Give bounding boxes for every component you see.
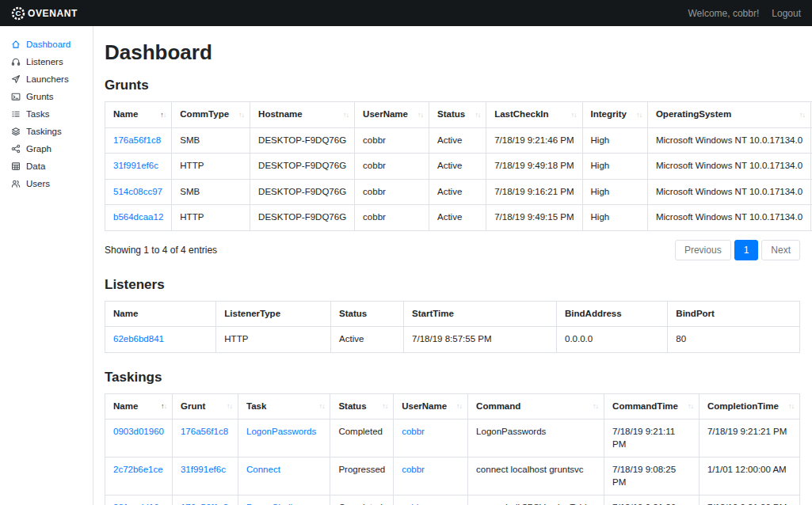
cell-status: Active [429,179,486,205]
previous-button[interactable]: Previous [675,240,731,260]
cell-lastcheckin: 7/18/19 9:49:15 PM [486,205,582,231]
sidebar-item-users[interactable]: Users [10,175,93,192]
logout-link[interactable]: Logout [772,8,801,19]
main-content: Dashboard Grunts Name↑↓CommType↑↓Hostnam… [93,26,812,505]
column-header-task[interactable]: Task↑↓ [238,393,330,420]
cell-username: cobbr [394,420,468,458]
column-header-label: CommType [180,109,229,119]
cell-lastcheckin: 7/18/19 9:49:18 PM [486,154,582,180]
cell-name: 31f991ef6c [105,154,172,180]
sort-icon: ↑↓ [161,401,166,411]
column-header-label: Hostname [258,109,303,119]
sidebar: DashboardListenersLaunchersGruntsTasksTa… [0,26,93,505]
column-header-grunt[interactable]: Grunt↑↓ [172,393,238,420]
column-header-username[interactable]: UserName↑↓ [394,393,468,420]
link-62eb6bd841[interactable]: 62eb6bd841 [113,334,164,344]
link-176a56f1c8[interactable]: 176a56f1c8 [113,135,161,145]
sidebar-item-graph[interactable]: Graph [10,140,93,158]
sidebar-item-label: Listeners [26,57,63,66]
cell-status: Active [429,205,486,231]
column-header-status[interactable]: Status↑↓ [429,102,486,128]
cell-status: Active [429,127,486,154]
column-header-label: UserName [402,401,447,411]
listeners-table: NameListenerTypeStatusStartTimeBindAddre… [105,301,800,353]
column-header-hostname[interactable]: Hostname↑↓ [250,102,355,128]
cell-hostname: DESKTOP-F9DQ76G [250,205,355,231]
column-header-integrity[interactable]: Integrity↑↓ [582,102,647,128]
sort-icon: ↑↓ [571,110,577,120]
sort-icon: ↑↓ [160,110,166,120]
link-2c72b6e1ce[interactable]: 2c72b6e1ce [113,465,163,474]
link-176a56f1c8[interactable]: 176a56f1c8 [181,427,228,436]
sidebar-item-data[interactable]: Data [10,158,93,175]
cell-grunt: 176a56f1c8 [172,420,238,458]
sidebar-item-launchers[interactable]: Launchers [10,70,93,88]
cell-commtype: HTTP [172,154,250,180]
column-header-label: Task [246,401,266,411]
cell-name: 331eedd16c [105,496,173,505]
sidebar-item-label: Grunts [26,92,54,101]
link-connect[interactable]: Connect [246,465,280,474]
sidebar-item-label: Launchers [26,74,69,84]
sidebar-item-label: Tasks [26,109,49,119]
listeners-section: Listeners NameListenerTypeStatusStartTim… [105,277,800,353]
column-header-label: Name [113,309,138,318]
sidebar-item-listeners[interactable]: Listeners [10,53,93,70]
cell-status: Progressed [330,458,394,496]
link-cobbr[interactable]: cobbr [402,427,425,436]
column-header-label: Status [339,309,367,318]
link-logonpasswords[interactable]: LogonPasswords [246,427,316,436]
column-header-name[interactable]: Name↑↓ [105,393,173,420]
column-header-label: StartTime [412,309,454,318]
page-1-button[interactable]: 1 [734,240,759,260]
column-header-name: Name [105,301,216,327]
cell-status: Completed [330,420,394,458]
column-header-commandtime[interactable]: CommandTime↑↓ [604,393,700,420]
link-0903d01960[interactable]: 0903d01960 [113,427,164,436]
brand[interactable]: C OVENANT [11,6,78,21]
column-header-status[interactable]: Status↑↓ [330,393,394,420]
cell-status: Active [429,154,486,180]
cell-bindport: 80 [668,327,800,353]
sort-icon: ↑↓ [688,401,693,411]
layout: DashboardListenersLaunchersGruntsTasksTa… [0,26,812,505]
sidebar-item-grunts[interactable]: Grunts [10,88,93,105]
sidebar-item-label: Dashboard [26,40,71,49]
sidebar-item-label: Taskings [26,127,62,136]
cell-completiontime: 7/18/19 9:21:30 PM [699,496,799,505]
cell-name: 0903d01960 [105,420,173,458]
brand-text: OVENANT [28,8,78,19]
cell-task: LogonPasswords [238,420,330,458]
sidebar-item-label: Data [26,161,45,171]
top-navbar: C OVENANT Welcome, cobbr! Logout [0,0,812,26]
table-header-row: NameListenerTypeStatusStartTimeBindAddre… [105,301,800,327]
column-header-label: Integrity [591,109,627,119]
link-31f991ef6c[interactable]: 31f991ef6c [113,161,158,170]
cell-name: 2c72b6e1ce [105,458,173,496]
cell-hostname: DESKTOP-F9DQ76G [250,127,355,154]
link-b564dcaa12[interactable]: b564dcaa12 [113,212,163,222]
column-header-completiontime[interactable]: CompletionTime↑↓ [699,393,799,420]
link-31f991ef6c[interactable]: 31f991ef6c [181,465,226,474]
column-header-operatingsystem[interactable]: OperatingSystem↑↓ [647,102,810,128]
link-514c08cc97[interactable]: 514c08cc97 [113,187,162,196]
column-header-command[interactable]: Command↑↓ [468,393,604,420]
next-button[interactable]: Next [761,240,800,260]
column-header-username[interactable]: UserName↑↓ [355,102,429,128]
sidebar-item-tasks[interactable]: Tasks [10,105,93,123]
column-header-label: CommandTime [612,401,678,411]
cell-command: powershell $PSVersionTable [468,496,604,505]
table-header-row: Name↑↓Grunt↑↓Task↑↓Status↑↓UserName↑↓Com… [105,393,800,420]
column-header-label: Grunt [181,401,205,411]
column-header-commtype[interactable]: CommType↑↓ [172,102,250,128]
sidebar-item-dashboard[interactable]: Dashboard [10,36,93,53]
table-row: 62eb6bd841HTTPActive7/18/19 8:57:55 PM0.… [105,327,800,353]
column-header-lastcheckin[interactable]: LastCheckIn↑↓ [486,102,582,128]
sidebar-item-taskings[interactable]: Taskings [10,123,93,140]
svg-text:C: C [16,9,21,17]
sidebar-item-label: Users [26,179,50,188]
column-header-name[interactable]: Name↑↓ [105,102,172,128]
link-cobbr[interactable]: cobbr [402,465,425,474]
grunts-table: Name↑↓CommType↑↓Hostname↑↓UserName↑↓Stat… [105,101,812,231]
cell-starttime: 7/18/19 8:57:55 PM [404,327,557,353]
